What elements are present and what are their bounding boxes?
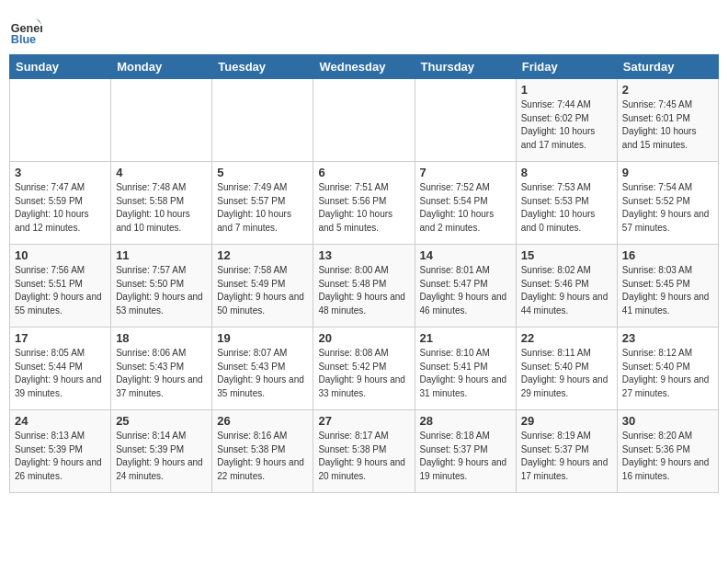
weekday-header-thursday: Thursday — [415, 55, 516, 79]
day-number: 30 — [622, 414, 713, 428]
day-number: 9 — [622, 166, 713, 179]
calendar-cell: 10Sunrise: 7:56 AM Sunset: 5:51 PM Dayli… — [10, 245, 111, 327]
day-info: Sunrise: 8:11 AM Sunset: 5:40 PM Dayligh… — [521, 347, 612, 400]
calendar-cell — [10, 79, 111, 162]
calendar-cell: 8Sunrise: 7:53 AM Sunset: 5:53 PM Daylig… — [516, 162, 617, 245]
day-info: Sunrise: 8:18 AM Sunset: 5:37 PM Dayligh… — [420, 430, 511, 483]
day-info: Sunrise: 8:03 AM Sunset: 5:45 PM Dayligh… — [622, 264, 713, 317]
calendar-cell: 13Sunrise: 8:00 AM Sunset: 5:48 PM Dayli… — [313, 245, 415, 327]
calendar-cell — [111, 79, 212, 162]
day-info: Sunrise: 7:56 AM Sunset: 5:51 PM Dayligh… — [15, 264, 106, 317]
day-info: Sunrise: 8:02 AM Sunset: 5:46 PM Dayligh… — [521, 264, 612, 317]
day-number: 10 — [15, 248, 106, 262]
calendar-cell: 22Sunrise: 8:11 AM Sunset: 5:40 PM Dayli… — [516, 327, 617, 410]
calendar-cell: 23Sunrise: 8:12 AM Sunset: 5:40 PM Dayli… — [617, 327, 718, 410]
calendar-cell: 2Sunrise: 7:45 AM Sunset: 6:01 PM Daylig… — [617, 79, 718, 162]
day-number: 3 — [15, 166, 106, 179]
day-number: 19 — [217, 331, 308, 345]
day-info: Sunrise: 8:13 AM Sunset: 5:39 PM Dayligh… — [15, 430, 106, 483]
calendar-cell — [212, 79, 313, 162]
day-number: 2 — [622, 83, 713, 97]
day-info: Sunrise: 8:01 AM Sunset: 5:47 PM Dayligh… — [420, 264, 511, 317]
calendar-cell: 16Sunrise: 8:03 AM Sunset: 5:45 PM Dayli… — [617, 245, 718, 327]
day-info: Sunrise: 8:10 AM Sunset: 5:41 PM Dayligh… — [420, 347, 511, 400]
weekday-header-friday: Friday — [516, 55, 617, 79]
day-number: 24 — [15, 414, 106, 428]
page-header: General Blue — [9, 9, 719, 47]
day-number: 12 — [217, 248, 308, 262]
day-info: Sunrise: 8:05 AM Sunset: 5:44 PM Dayligh… — [15, 347, 106, 400]
day-number: 27 — [318, 414, 409, 428]
calendar-cell — [313, 79, 415, 162]
calendar-cell: 3Sunrise: 7:47 AM Sunset: 5:59 PM Daylig… — [10, 162, 111, 245]
day-info: Sunrise: 8:20 AM Sunset: 5:36 PM Dayligh… — [622, 430, 713, 483]
calendar-cell: 9Sunrise: 7:54 AM Sunset: 5:52 PM Daylig… — [617, 162, 718, 245]
calendar-cell: 26Sunrise: 8:16 AM Sunset: 5:38 PM Dayli… — [212, 410, 313, 493]
day-number: 11 — [116, 248, 207, 262]
day-number: 5 — [217, 166, 308, 179]
day-number: 21 — [420, 331, 511, 345]
calendar-table: SundayMondayTuesdayWednesdayThursdayFrid… — [9, 54, 719, 493]
calendar-cell: 11Sunrise: 7:57 AM Sunset: 5:50 PM Dayli… — [111, 245, 212, 327]
calendar-cell: 20Sunrise: 8:08 AM Sunset: 5:42 PM Dayli… — [313, 327, 415, 410]
day-number: 29 — [521, 414, 612, 428]
calendar-cell: 27Sunrise: 8:17 AM Sunset: 5:38 PM Dayli… — [313, 410, 415, 493]
weekday-header-row: SundayMondayTuesdayWednesdayThursdayFrid… — [10, 55, 719, 79]
day-info: Sunrise: 7:52 AM Sunset: 5:54 PM Dayligh… — [420, 181, 511, 235]
week-row-5: 24Sunrise: 8:13 AM Sunset: 5:39 PM Dayli… — [10, 410, 719, 493]
day-number: 14 — [420, 248, 511, 262]
calendar-cell: 19Sunrise: 8:07 AM Sunset: 5:43 PM Dayli… — [212, 327, 313, 410]
day-info: Sunrise: 7:54 AM Sunset: 5:52 PM Dayligh… — [622, 181, 713, 235]
calendar-cell: 6Sunrise: 7:51 AM Sunset: 5:56 PM Daylig… — [313, 162, 415, 245]
calendar-cell: 4Sunrise: 7:48 AM Sunset: 5:58 PM Daylig… — [111, 162, 212, 245]
day-info: Sunrise: 8:16 AM Sunset: 5:38 PM Dayligh… — [217, 430, 308, 483]
day-number: 17 — [15, 331, 106, 345]
calendar-cell: 21Sunrise: 8:10 AM Sunset: 5:41 PM Dayli… — [415, 327, 516, 410]
day-info: Sunrise: 7:49 AM Sunset: 5:57 PM Dayligh… — [217, 181, 308, 235]
calendar-cell: 30Sunrise: 8:20 AM Sunset: 5:36 PM Dayli… — [617, 410, 718, 493]
calendar-cell: 12Sunrise: 7:58 AM Sunset: 5:49 PM Dayli… — [212, 245, 313, 327]
calendar-cell: 24Sunrise: 8:13 AM Sunset: 5:39 PM Dayli… — [10, 410, 111, 493]
day-info: Sunrise: 8:00 AM Sunset: 5:48 PM Dayligh… — [318, 264, 409, 317]
day-number: 22 — [521, 331, 612, 345]
weekday-header-tuesday: Tuesday — [212, 55, 313, 79]
day-number: 6 — [318, 166, 409, 179]
day-number: 8 — [521, 166, 612, 179]
weekday-header-wednesday: Wednesday — [313, 55, 415, 79]
calendar-cell: 28Sunrise: 8:18 AM Sunset: 5:37 PM Dayli… — [415, 410, 516, 493]
day-number: 4 — [116, 166, 207, 179]
day-number: 7 — [420, 166, 511, 179]
day-info: Sunrise: 8:17 AM Sunset: 5:38 PM Dayligh… — [318, 430, 409, 483]
day-info: Sunrise: 7:51 AM Sunset: 5:56 PM Dayligh… — [318, 181, 409, 235]
weekday-header-saturday: Saturday — [617, 55, 718, 79]
day-info: Sunrise: 8:12 AM Sunset: 5:40 PM Dayligh… — [622, 347, 713, 400]
day-info: Sunrise: 7:44 AM Sunset: 6:02 PM Dayligh… — [521, 98, 612, 152]
day-number: 1 — [521, 83, 612, 97]
week-row-2: 3Sunrise: 7:47 AM Sunset: 5:59 PM Daylig… — [10, 162, 719, 245]
day-info: Sunrise: 8:08 AM Sunset: 5:42 PM Dayligh… — [318, 347, 409, 400]
day-info: Sunrise: 7:47 AM Sunset: 5:59 PM Dayligh… — [15, 181, 106, 235]
calendar-cell: 18Sunrise: 8:06 AM Sunset: 5:43 PM Dayli… — [111, 327, 212, 410]
day-number: 25 — [116, 414, 207, 428]
week-row-1: 1Sunrise: 7:44 AM Sunset: 6:02 PM Daylig… — [10, 79, 719, 162]
calendar-cell: 14Sunrise: 8:01 AM Sunset: 5:47 PM Dayli… — [415, 245, 516, 327]
day-number: 18 — [116, 331, 207, 345]
day-number: 23 — [622, 331, 713, 345]
calendar-cell: 5Sunrise: 7:49 AM Sunset: 5:57 PM Daylig… — [212, 162, 313, 245]
calendar-cell: 1Sunrise: 7:44 AM Sunset: 6:02 PM Daylig… — [516, 79, 617, 162]
week-row-4: 17Sunrise: 8:05 AM Sunset: 5:44 PM Dayli… — [10, 327, 719, 410]
calendar-cell: 15Sunrise: 8:02 AM Sunset: 5:46 PM Dayli… — [516, 245, 617, 327]
weekday-header-monday: Monday — [111, 55, 212, 79]
calendar-cell: 29Sunrise: 8:19 AM Sunset: 5:37 PM Dayli… — [516, 410, 617, 493]
week-row-3: 10Sunrise: 7:56 AM Sunset: 5:51 PM Dayli… — [10, 245, 719, 327]
day-number: 28 — [420, 414, 511, 428]
logo-icon: General Blue — [9, 14, 42, 47]
day-info: Sunrise: 8:19 AM Sunset: 5:37 PM Dayligh… — [521, 430, 612, 483]
day-number: 26 — [217, 414, 308, 428]
calendar-cell: 17Sunrise: 8:05 AM Sunset: 5:44 PM Dayli… — [10, 327, 111, 410]
day-info: Sunrise: 7:58 AM Sunset: 5:49 PM Dayligh… — [217, 264, 308, 317]
day-info: Sunrise: 8:14 AM Sunset: 5:39 PM Dayligh… — [116, 430, 207, 483]
day-info: Sunrise: 7:57 AM Sunset: 5:50 PM Dayligh… — [116, 264, 207, 317]
day-number: 15 — [521, 248, 612, 262]
day-info: Sunrise: 7:53 AM Sunset: 5:53 PM Dayligh… — [521, 181, 612, 235]
